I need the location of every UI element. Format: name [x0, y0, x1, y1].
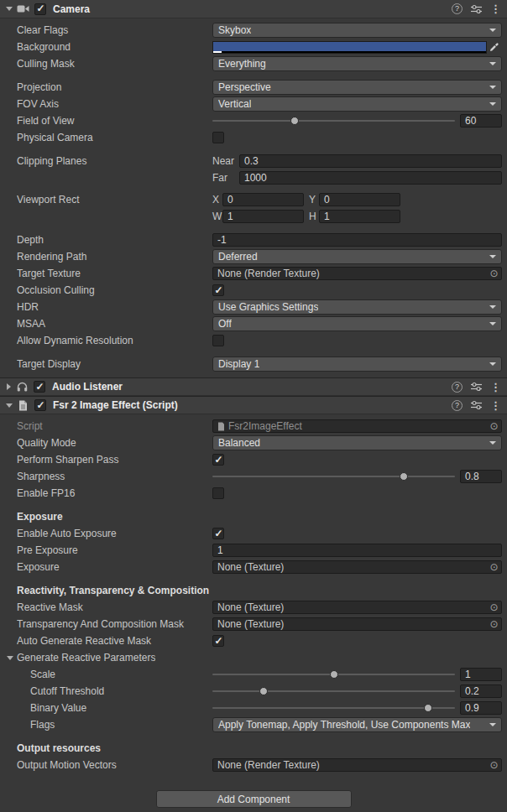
row-binary-value: Binary Value 0.9	[0, 700, 507, 716]
depth-label: Depth	[17, 234, 212, 246]
row-rendering-path: Rendering Path Deferred	[0, 248, 507, 265]
target-texture-object-field[interactable]: None (Render Texture) ⊙	[212, 267, 502, 280]
kebab-menu-icon[interactable]: ⋮	[490, 3, 501, 14]
far-clip-input[interactable]: 1000	[239, 171, 502, 185]
slider-thumb[interactable]	[400, 472, 408, 481]
viewport-h-input[interactable]: 1	[319, 210, 400, 223]
viewport-w-input[interactable]: 1	[222, 210, 304, 223]
enable-fp16-checkbox[interactable]	[212, 487, 224, 499]
transparency-mask-object-field[interactable]: None (Texture) ⊙	[212, 617, 502, 631]
clear-flags-dropdown[interactable]: Skybox	[212, 23, 502, 38]
clear-flags-label: Clear Flags	[17, 24, 212, 36]
allow-dynamic-resolution-checkbox[interactable]	[212, 335, 224, 346]
camera-component-header[interactable]: Camera ? ⋮	[0, 0, 507, 18]
rendering-path-dropdown[interactable]: Deferred	[212, 249, 502, 264]
auto-generate-reactive-mask-checkbox[interactable]	[212, 635, 224, 647]
fov-axis-label: FOV Axis	[17, 98, 212, 110]
physical-camera-checkbox[interactable]	[212, 132, 224, 143]
output-motion-vectors-object-field[interactable]: None (Render Texture) ⊙	[212, 758, 502, 772]
kebab-menu-icon[interactable]: ⋮	[490, 400, 501, 411]
fsr2-component-header[interactable]: Fsr 2 Image Effect (Script) ? ⋮	[0, 396, 507, 414]
kebab-menu-icon[interactable]: ⋮	[490, 382, 501, 393]
audio-listener-enabled-checkbox[interactable]	[34, 381, 45, 393]
pre-exposure-input[interactable]: 1	[212, 544, 502, 557]
reactive-mask-object-field[interactable]: None (Texture) ⊙	[212, 601, 502, 614]
binary-value-slider[interactable]	[212, 700, 455, 716]
cutoff-threshold-input[interactable]: 0.2	[460, 684, 502, 698]
slider-thumb[interactable]	[424, 704, 432, 712]
script-object-field[interactable]: Fsr2ImageEffect ⊙	[212, 419, 502, 433]
object-picker-icon[interactable]: ⊙	[487, 759, 501, 771]
depth-input[interactable]: -1	[212, 233, 502, 247]
background-color-swatch[interactable]	[212, 41, 487, 54]
row-physical-camera: Physical Camera	[0, 129, 507, 146]
near-clip-input[interactable]: 0.3	[239, 154, 502, 168]
target-display-label: Target Display	[17, 358, 212, 370]
w-label: W	[212, 211, 222, 222]
camera-body: Clear Flags Skybox Background Culli	[0, 18, 507, 377]
scale-slider[interactable]	[212, 667, 455, 682]
help-icon[interactable]: ?	[452, 3, 463, 14]
dropdown-value: Display 1	[218, 358, 259, 370]
eyedropper-icon[interactable]	[487, 42, 502, 52]
object-picker-icon[interactable]: ⊙	[487, 601, 501, 613]
projection-dropdown[interactable]: Perspective	[212, 80, 502, 95]
audio-listener-component-header[interactable]: Audio Listener ? ⋮	[0, 377, 507, 396]
help-icon[interactable]: ?	[452, 400, 463, 411]
foldout-open-icon[interactable]	[6, 403, 13, 408]
fsr2-enabled-checkbox[interactable]	[34, 399, 46, 411]
occlusion-culling-checkbox[interactable]	[212, 284, 224, 296]
fov-axis-dropdown[interactable]: Vertical	[212, 96, 502, 112]
x-label: X	[212, 194, 222, 206]
perform-sharpen-pass-checkbox[interactable]	[212, 454, 224, 466]
presets-icon[interactable]	[471, 400, 482, 410]
transparency-mask-label: Transparency And Composition Mask	[17, 618, 212, 630]
dropdown-value: Use Graphics Settings	[218, 301, 318, 313]
row-depth: Depth -1	[0, 232, 507, 248]
add-component-button[interactable]: Add Component	[156, 790, 352, 808]
object-picker-icon[interactable]: ⊙	[487, 561, 501, 573]
flags-dropdown[interactable]: Apply Tonemap, Apply Threshold, Use Comp…	[212, 717, 502, 732]
scale-input[interactable]: 1	[460, 668, 502, 681]
row-script: Script Fsr2ImageEffect ⊙	[0, 418, 507, 435]
slider-thumb[interactable]	[290, 117, 299, 125]
culling-mask-dropdown[interactable]: Everything	[212, 56, 502, 71]
chevron-down-icon	[489, 86, 496, 89]
exposure-object-field[interactable]: None (Texture) ⊙	[212, 560, 502, 574]
field-of-view-input[interactable]: 60	[460, 114, 502, 128]
sharpness-slider[interactable]	[212, 469, 455, 484]
sharpness-input[interactable]: 0.8	[460, 470, 502, 483]
script-icon	[217, 422, 225, 431]
object-picker-icon[interactable]: ⊙	[487, 618, 501, 630]
slider-thumb[interactable]	[330, 670, 338, 679]
msaa-dropdown[interactable]: Off	[212, 316, 502, 331]
foldout-closed-icon[interactable]	[7, 383, 11, 390]
row-reactive-mask: Reactive Mask None (Texture) ⊙	[0, 599, 507, 616]
spacer	[0, 733, 507, 740]
target-display-dropdown[interactable]: Display 1	[212, 357, 502, 372]
camera-icon	[16, 3, 30, 16]
viewport-y-input[interactable]: 0	[319, 193, 400, 206]
hdr-dropdown[interactable]: Use Graphics Settings	[212, 299, 502, 315]
viewport-x-input[interactable]: 0	[222, 193, 304, 206]
dropdown-value: Everything	[218, 58, 266, 70]
near-label: Near	[212, 155, 239, 167]
object-picker-icon[interactable]: ⊙	[487, 268, 501, 279]
row-generate-reactive-parameters[interactable]: Generate Reactive Parameters	[0, 649, 507, 666]
slider-thumb[interactable]	[259, 687, 268, 695]
binary-value-input[interactable]: 0.9	[460, 701, 502, 715]
section-title: Reactivity, Transparency & Composition	[17, 585, 209, 596]
foldout-open-icon[interactable]	[6, 7, 13, 11]
foldout-open-icon[interactable]	[7, 656, 13, 660]
enable-auto-exposure-checkbox[interactable]	[212, 528, 224, 539]
camera-enabled-checkbox[interactable]	[34, 3, 46, 15]
help-icon[interactable]: ?	[452, 382, 463, 393]
quality-mode-dropdown[interactable]: Balanced	[212, 435, 502, 450]
spacer	[0, 146, 507, 153]
cutoff-threshold-slider[interactable]	[212, 684, 455, 699]
presets-icon[interactable]	[471, 4, 482, 14]
field-of-view-slider[interactable]	[212, 113, 455, 128]
object-picker-icon[interactable]: ⊙	[487, 420, 501, 432]
presets-icon[interactable]	[471, 382, 482, 392]
enable-auto-exposure-label: Enable Auto Exposure	[17, 528, 212, 539]
